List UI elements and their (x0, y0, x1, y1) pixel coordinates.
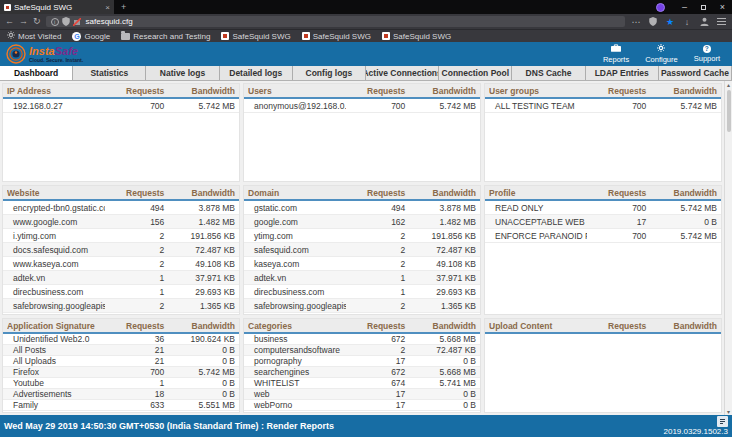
extension-icon[interactable] (656, 3, 665, 12)
row-requests: 2 (105, 231, 164, 241)
instasafe-logo: InstaSafe Cloud. Secure. Instant. (6, 44, 83, 64)
row-requests: 700 (105, 101, 164, 111)
row-bandwidth: 5.742 MB (646, 101, 717, 111)
downloads-icon[interactable]: ↓ (681, 17, 693, 27)
panel-header-website: WebsiteRequestsBandwidth (3, 186, 239, 201)
column-header-requests[interactable]: Requests (587, 86, 646, 96)
browser-navbar: ← → ↻ i safesquid.cfg ⋯ ★ ↓ (0, 14, 732, 29)
tab-ldap-entries[interactable]: LDAP Entries (586, 66, 659, 80)
row-bandwidth: 0 B (646, 217, 717, 227)
table-row: docs.safesquid.com272.487 KB (3, 243, 239, 257)
protections-shield-icon[interactable] (647, 17, 659, 26)
page-info-icon[interactable]: i (51, 18, 59, 26)
row-requests: 1 (105, 378, 164, 388)
back-icon[interactable]: ← (5, 17, 14, 26)
panel-body: anonymous@192.168.0.277005.742 MB (244, 99, 480, 113)
close-window-button[interactable]: × (713, 0, 732, 14)
page-actions-icon[interactable]: ⋯ (630, 17, 642, 27)
column-header-bandwidth[interactable]: Bandwidth (646, 188, 717, 198)
reload-icon[interactable]: ↻ (33, 17, 41, 26)
row-name: www.kaseya.com (7, 259, 105, 269)
column-header-requests[interactable]: Requests (346, 188, 405, 198)
row-bandwidth: 1.482 MB (164, 217, 235, 227)
minimize-button[interactable]: – (675, 0, 694, 14)
brand-wordmark: InstaSafe (29, 46, 83, 57)
scroll-up-arrow[interactable]: ▴ (727, 81, 730, 88)
tab-detailed-logs[interactable]: Detailed logs (220, 66, 293, 80)
row-requests: 21 (105, 356, 164, 366)
maximize-button[interactable] (694, 0, 713, 14)
bookmark-safesquid-swg[interactable]: SafeSquid SWG (221, 32, 290, 41)
column-header-requests[interactable]: Requests (587, 321, 646, 331)
tab-password-cache[interactable]: Password Cache (659, 66, 732, 80)
maximize-icon (701, 5, 706, 10)
browser-tab[interactable]: SafeSquid SWG × (0, 0, 114, 14)
support-button[interactable]: ?Support (694, 44, 720, 64)
column-header-bandwidth[interactable]: Bandwidth (646, 321, 717, 331)
bookmark-research-and-testing[interactable]: Research and Testing (121, 32, 210, 41)
column-header-bandwidth[interactable]: Bandwidth (405, 188, 476, 198)
tab-dns-cache[interactable]: DNS Cache (512, 66, 585, 80)
column-header-bandwidth[interactable]: Bandwidth (405, 321, 476, 331)
column-header-requests[interactable]: Requests (105, 86, 164, 96)
menu-hamburger-icon[interactable] (715, 18, 727, 25)
blocked-permission-icon[interactable] (73, 18, 81, 26)
configure-button[interactable]: Configure (645, 44, 678, 64)
reports-icon (611, 44, 621, 54)
bookmark-star-icon[interactable]: ★ (664, 17, 676, 27)
column-header-requests[interactable]: Requests (105, 188, 164, 198)
account-icon[interactable] (698, 17, 710, 26)
row-requests: 36 (105, 334, 164, 344)
forward-icon[interactable]: → (19, 17, 28, 26)
row-name: Youtube (7, 378, 105, 388)
tab-native-logs[interactable]: Native logs (146, 66, 219, 80)
column-header-requests[interactable]: Requests (587, 188, 646, 198)
panel-user-groups: User groupsRequestsBandwidthALL TESTING … (484, 83, 722, 182)
row-bandwidth: 191.856 KB (405, 231, 476, 241)
bookmarks-bar: Most VisitedGGoogleResearch and TestingS… (0, 29, 732, 42)
scrollbar-thumb[interactable] (727, 90, 731, 132)
status-message: Wed May 29 2019 14:50:30 GMT+0530 (India… (4, 421, 334, 431)
panel-header-ip-address: IP AddressRequestsBandwidth (3, 84, 239, 99)
row-requests: 700 (346, 101, 405, 111)
row-requests: 1 (105, 287, 164, 297)
tracking-protection-shield-icon[interactable] (62, 17, 70, 26)
scroll-down-arrow[interactable]: ▾ (727, 408, 730, 415)
column-header-requests[interactable]: Requests (105, 321, 164, 331)
bookmark-most-visited[interactable]: Most Visited (7, 31, 61, 41)
row-name: adtek.vn (7, 273, 105, 283)
tab-active-connections[interactable]: Active Connections (366, 66, 439, 80)
column-header-bandwidth[interactable]: Bandwidth (646, 86, 717, 96)
url-bar[interactable]: i safesquid.cfg (46, 16, 625, 27)
column-header-bandwidth[interactable]: Bandwidth (405, 86, 476, 96)
tab-dashboard[interactable]: Dashboard (0, 66, 73, 80)
tab-statistics[interactable]: Statistics (73, 66, 146, 80)
tab-config-logs[interactable]: Config logs (293, 66, 366, 80)
report-document-icon[interactable] (717, 416, 728, 427)
column-header-bandwidth[interactable]: Bandwidth (164, 188, 235, 198)
column-header-bandwidth[interactable]: Bandwidth (164, 86, 235, 96)
reports-button[interactable]: Reports (603, 44, 629, 64)
new-tab-button[interactable]: + (114, 0, 133, 14)
table-row: safebrowsing.googleapis.com21.365 KB (244, 299, 480, 313)
panel-ip-address: IP AddressRequestsBandwidth192.168.0.277… (2, 83, 240, 182)
panel-body: business6725.668 MBcomputersandsoftware2… (244, 334, 480, 411)
bookmark-google[interactable]: GGoogle (72, 32, 110, 41)
tab-close-icon[interactable]: × (105, 3, 110, 12)
column-header-requests[interactable]: Requests (346, 321, 405, 331)
browser-window: SafeSquid SWG × + – × ← → ↻ i safesquid.… (0, 0, 732, 437)
table-row: anonymous@192.168.0.277005.742 MB (244, 99, 480, 113)
row-bandwidth: 37.971 KB (405, 273, 476, 283)
bookmark-safesquid-swg[interactable]: SafeSquid SWG (302, 32, 371, 41)
table-row: webPorno170 B (244, 400, 480, 411)
vertical-scrollbar[interactable]: ▴ ▾ (724, 81, 732, 415)
tab-connection-pool[interactable]: Connection Pool (439, 66, 512, 80)
header-action-label: Reports (603, 55, 629, 64)
row-bandwidth: 37.971 KB (164, 273, 235, 283)
panel-header-profile: ProfileRequestsBandwidth (485, 186, 721, 201)
column-header-bandwidth[interactable]: Bandwidth (164, 321, 235, 331)
bookmark-safesquid-swg[interactable]: SafeSquid SWG (382, 32, 451, 41)
column-header-requests[interactable]: Requests (346, 86, 405, 96)
panel-grid: IP AddressRequestsBandwidth192.168.0.277… (0, 81, 724, 415)
row-requests: 156 (105, 217, 164, 227)
